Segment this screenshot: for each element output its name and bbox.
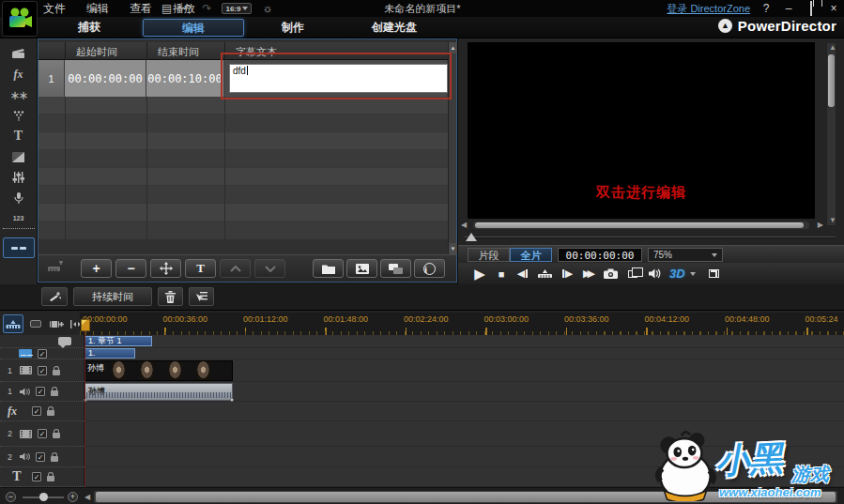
- duration-button[interactable]: 持续时间: [73, 287, 152, 306]
- aspect-ratio-button[interactable]: 16:9: [222, 3, 252, 14]
- playhead-flag[interactable]: [81, 319, 90, 331]
- lock-icon[interactable]: [47, 476, 54, 481]
- 3d-mode-button[interactable]: 3D: [669, 267, 685, 282]
- zoom-out-button[interactable]: −: [6, 492, 16, 502]
- video-clip[interactable]: 孙博: [84, 360, 233, 381]
- close-button[interactable]: ×: [827, 0, 840, 17]
- minimize-button[interactable]: –: [782, 0, 795, 17]
- track-enable-checkbox[interactable]: ✓: [36, 387, 45, 396]
- start-time-cell[interactable]: 00:00:00:00: [65, 60, 146, 97]
- preview-vertical-scrollbar[interactable]: ▲ ▼: [826, 42, 836, 226]
- select-text-tracks-button[interactable]: [189, 287, 214, 306]
- track-enable-checkbox[interactable]: ✓: [38, 366, 47, 375]
- audio-track-2-header[interactable]: 2 ✓: [0, 447, 84, 467]
- lock-icon[interactable]: [51, 456, 58, 462]
- scroll-down-icon[interactable]: ▼: [829, 216, 836, 225]
- voice-over-room-icon[interactable]: [3, 188, 35, 208]
- subtitle-clip[interactable]: 1.: [84, 348, 135, 359]
- menu-edit[interactable]: 编辑: [86, 1, 109, 17]
- settings-gear-icon[interactable]: ☼: [262, 0, 272, 17]
- info-button[interactable]: i: [414, 259, 445, 278]
- transition-room-icon[interactable]: [3, 146, 35, 167]
- scrollbar-thumb[interactable]: [828, 54, 835, 107]
- track-enable-checkbox[interactable]: ✓: [32, 406, 41, 416]
- pip-objects-room-icon[interactable]: ∗∗: [3, 84, 35, 105]
- preview-horizontal-scrollbar[interactable]: ◀ ▶: [461, 221, 823, 230]
- tab-capture[interactable]: 捕获: [56, 19, 122, 37]
- help-button[interactable]: ?: [760, 0, 773, 17]
- move-subtitle-button[interactable]: [150, 259, 181, 278]
- track-enable-checkbox[interactable]: ✓: [32, 472, 41, 481]
- preview-screen[interactable]: 双击进行编辑: [468, 42, 815, 219]
- preview-zoom-dropdown[interactable]: 75%: [648, 248, 723, 262]
- lock-icon[interactable]: [47, 410, 54, 416]
- save-icon[interactable]: ▤: [161, 0, 172, 17]
- scroll-down-icon[interactable]: ▼: [449, 243, 457, 254]
- add-marker-ruler-icon[interactable]: [48, 261, 65, 274]
- play-button[interactable]: ▶: [473, 267, 486, 282]
- next-subtitle-button[interactable]: [254, 259, 285, 278]
- end-time-cell[interactable]: 00:00:10:00: [146, 60, 224, 97]
- audio-clip[interactable]: 孙博: [84, 383, 233, 401]
- timeline-tracks[interactable]: 1. 章节 1 1. 孙博 孙博: [84, 335, 844, 487]
- delete-button[interactable]: [158, 287, 183, 306]
- scrollbar-thumb[interactable]: [96, 492, 836, 502]
- menu-file[interactable]: 文件: [43, 1, 66, 17]
- title-room-icon[interactable]: T: [3, 126, 35, 146]
- next-frame-button[interactable]: ▶: [560, 267, 574, 282]
- scroll-left-icon[interactable]: ◀: [461, 221, 467, 230]
- subtitle-track-header[interactable]: ✓: [0, 348, 84, 359]
- effect-room-icon[interactable]: fx: [3, 64, 35, 84]
- scroll-left-icon[interactable]: ◀: [84, 493, 90, 502]
- video-track-1-header[interactable]: 1 ✓: [0, 359, 84, 382]
- track-enable-checkbox[interactable]: ✓: [38, 429, 47, 438]
- lock-icon[interactable]: [51, 390, 58, 396]
- seek-slider[interactable]: [464, 233, 836, 242]
- movie-mode-tab[interactable]: 全片: [510, 248, 552, 262]
- preview-timecode[interactable]: 00:00:00:00: [558, 248, 642, 262]
- undo-icon[interactable]: ↶: [182, 0, 192, 17]
- tab-edit[interactable]: 编辑: [143, 19, 244, 37]
- particle-room-icon[interactable]: [3, 105, 35, 126]
- timeline-view-button[interactable]: [3, 314, 23, 333]
- add-subtitle-button[interactable]: +: [81, 259, 112, 278]
- video-track-2-header[interactable]: 2 ✓: [0, 421, 84, 447]
- fast-forward-button[interactable]: ▶▶: [582, 267, 595, 282]
- audio-track-2[interactable]: [84, 447, 844, 467]
- redo-icon[interactable]: ↷: [202, 0, 211, 17]
- video-track-2[interactable]: [84, 421, 844, 447]
- audio-mixing-room-icon[interactable]: [3, 167, 35, 188]
- remove-subtitle-button[interactable]: −: [115, 259, 146, 278]
- timeline-ruler[interactable]: 00:00:00:0000:00:36:0000:01:12:0000:01:4…: [80, 313, 844, 335]
- chevron-down-icon[interactable]: [690, 272, 696, 276]
- zoom-in-button[interactable]: +: [68, 492, 78, 502]
- subtitle-track-checkbox[interactable]: ✓: [38, 349, 47, 359]
- scrollbar-thumb[interactable]: [475, 222, 804, 228]
- title-track-header[interactable]: T ✓: [0, 467, 84, 487]
- clip-mode-tab[interactable]: 片段: [468, 248, 510, 262]
- previous-frame-button[interactable]: ◀: [516, 267, 529, 282]
- storyboard-view-button[interactable]: [28, 315, 44, 332]
- seek-thumb[interactable]: [466, 233, 477, 241]
- scroll-up-icon[interactable]: ▲: [829, 43, 836, 53]
- chapter-room-icon[interactable]: 123: [3, 208, 35, 229]
- effect-track-header[interactable]: fx ✓: [0, 402, 84, 421]
- lock-icon[interactable]: [53, 370, 60, 375]
- seek-marker-button[interactable]: [538, 267, 552, 282]
- tab-create-disc[interactable]: 创建光盘: [352, 19, 437, 37]
- export-subtitle-button[interactable]: [346, 259, 377, 278]
- restore-button[interactable]: [805, 0, 818, 17]
- track-manager-button[interactable]: [49, 315, 65, 332]
- media-room-icon[interactable]: [3, 43, 35, 64]
- volume-button[interactable]: [648, 267, 661, 282]
- chapter-clip[interactable]: 1. 章节 1: [84, 336, 152, 346]
- menu-view[interactable]: 查看: [130, 1, 152, 17]
- text-format-button[interactable]: T: [185, 259, 216, 278]
- lock-icon[interactable]: [53, 433, 60, 438]
- tab-produce[interactable]: 制作: [265, 19, 321, 37]
- dual-preview-button[interactable]: [626, 267, 639, 282]
- snapshot-button[interactable]: [604, 267, 618, 282]
- scroll-right-icon[interactable]: ▶: [818, 221, 823, 230]
- undock-preview-button[interactable]: [708, 267, 721, 282]
- title-track[interactable]: [84, 467, 844, 487]
